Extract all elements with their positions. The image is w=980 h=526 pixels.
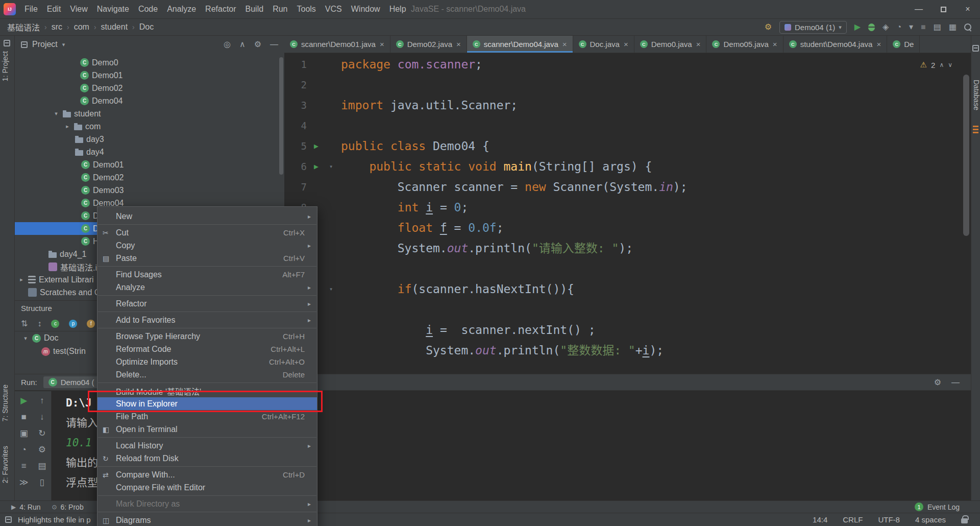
down-stack-trace-icon[interactable]: ↓ — [40, 413, 44, 421]
project-panel-title[interactable]: Project — [32, 40, 58, 49]
run-line-button[interactable]: ▶ — [314, 136, 318, 156]
scrollbar[interactable] — [963, 75, 969, 236]
menu-item-refactor[interactable]: Refactor▸ — [97, 297, 317, 310]
breadcrumb-item[interactable]: 基础语法 — [7, 21, 40, 33]
menu-refactor[interactable]: Refactor — [201, 0, 240, 18]
menu-item-new[interactable]: New▸ — [97, 210, 317, 223]
menu-item-delete[interactable]: Delete...Delete — [97, 368, 317, 381]
line-separator[interactable]: CRLF — [843, 515, 863, 524]
profiler-button[interactable]: ◔ — [896, 23, 901, 31]
fold-icon[interactable]: ▾ — [329, 279, 333, 299]
menu-run[interactable]: Run — [268, 0, 292, 18]
fold-icon[interactable]: ▾ — [329, 156, 333, 177]
editor-tab[interactable]: CDemo0.java× — [634, 36, 707, 53]
tree-item[interactable]: CDemo02 — [15, 82, 284, 94]
stripe-button-project[interactable]: 1: Project — [1, 51, 14, 81]
collapse-all-button[interactable]: ∧ — [239, 40, 246, 49]
locate-file-button[interactable]: ◎ — [224, 40, 231, 49]
wrench-icon[interactable]: ⚙ — [765, 23, 772, 31]
toolwindow-button-run[interactable]: ▶ 4: Run — [11, 503, 40, 511]
menu-analyze[interactable]: Analyze — [162, 0, 201, 18]
menu-item-copy[interactable]: Copy▸ — [97, 239, 317, 252]
editor-tab[interactable]: CDemo05.java× — [706, 36, 783, 53]
menu-navigate[interactable]: Navigate — [92, 0, 134, 18]
menu-edit[interactable]: Edit — [42, 0, 66, 18]
hide-panel-button[interactable]: — — [270, 40, 278, 49]
menu-code[interactable]: Code — [134, 0, 162, 18]
expand-icon[interactable]: ≫ — [19, 478, 29, 487]
stop-button[interactable]: ■ — [21, 413, 27, 421]
stripe-button-database[interactable]: Database — [971, 80, 980, 110]
code-editor[interactable]: 1package com.scanner;23import java.util.… — [284, 53, 971, 374]
restart-icon[interactable]: ↻ — [38, 429, 45, 438]
menu-item-local-history[interactable]: Local History▸ — [97, 439, 317, 452]
menu-item-optimize-imports[interactable]: Optimize ImportsCtrl+Alt+O — [97, 355, 317, 368]
menu-view[interactable]: View — [65, 0, 92, 18]
editor-tab[interactable]: Cscanner\Demo04.java× — [467, 36, 573, 53]
breadcrumb-item[interactable]: com — [74, 22, 89, 32]
close-icon[interactable]: × — [380, 40, 384, 49]
menu-file[interactable]: File — [20, 0, 42, 18]
editor-tab[interactable]: CDoc.java× — [573, 36, 634, 53]
menu-window[interactable]: Window — [347, 0, 385, 18]
filter-classes-icon[interactable]: c — [51, 320, 59, 328]
clear-icon[interactable]: ▯ — [40, 478, 44, 487]
editor-tab[interactable]: CDemo02.java× — [390, 36, 467, 53]
editor-tab[interactable]: Cscanner\Demo01.java× — [284, 36, 390, 53]
tool-windows-icon[interactable]: ▦ — [949, 23, 957, 31]
menu-item-diagrams[interactable]: ◫Diagrams▸ — [97, 514, 317, 526]
tree-item[interactable]: CDemo01 — [15, 69, 284, 82]
menu-build[interactable]: Build — [241, 0, 268, 18]
tree-item[interactable]: day4 — [15, 146, 284, 158]
run-config-select[interactable]: Demo04 (1) ▾ — [779, 21, 847, 34]
caret-position[interactable]: 14:4 — [813, 515, 827, 524]
menu-item-compare-with[interactable]: ⇄Compare With...Ctrl+D — [97, 468, 317, 481]
close-icon[interactable]: × — [624, 40, 628, 49]
stripe-button-structure[interactable]: 7: Structure — [1, 385, 14, 421]
next-warning-icon[interactable]: ∨ — [948, 61, 952, 68]
pin-icon[interactable]: ≡ — [21, 462, 27, 470]
tree-item[interactable]: ▸com — [15, 120, 284, 133]
tree-item[interactable]: CDemo0 — [15, 56, 284, 69]
scrollbar[interactable] — [279, 57, 283, 175]
breadcrumb-item[interactable]: src — [52, 22, 62, 32]
prev-warning-icon[interactable]: ∧ — [939, 61, 944, 68]
chevron-down-icon[interactable]: ▾ — [62, 41, 65, 48]
window-menu-icon[interactable] — [5, 516, 12, 523]
close-icon[interactable]: × — [696, 40, 701, 49]
screenshot-icon[interactable]: ▣ — [20, 429, 28, 438]
sort-visibility-icon[interactable]: ↕ — [37, 320, 41, 328]
print-icon[interactable]: ▤ — [38, 462, 46, 470]
hide-panel-button[interactable]: — — [951, 378, 960, 387]
close-icon[interactable]: × — [456, 40, 461, 49]
menu-item-add-to-favorites[interactable]: Add to Favorites▸ — [97, 314, 317, 326]
editor-tab[interactable]: Cstudent\Demo04.java× — [783, 36, 888, 53]
menu-item-reformat-code[interactable]: Reformat CodeCtrl+Alt+L — [97, 343, 317, 355]
menu-item-mark-directory-as[interactable]: Mark Directory as▸ — [97, 497, 317, 510]
tree-chevron-icon[interactable]: ▸ — [64, 123, 71, 130]
menu-item-open-in-terminal[interactable]: ◧Open in Terminal — [97, 423, 317, 436]
file-encoding[interactable]: UTF-8 — [878, 515, 900, 524]
menu-tools[interactable]: Tools — [292, 0, 320, 18]
close-icon[interactable]: × — [876, 40, 881, 49]
chevron-down-icon[interactable]: ▾ — [909, 23, 913, 31]
tree-item[interactable]: day3 — [15, 133, 284, 146]
maximize-button[interactable] — [931, 0, 955, 18]
debug-button[interactable] — [868, 23, 875, 31]
settings-gear-icon[interactable]: ⚙ — [254, 40, 261, 49]
run-button[interactable]: ▶ — [854, 23, 861, 31]
menu-item-compare-file-with-editor[interactable]: Compare File with Editor — [97, 481, 317, 494]
menu-item-paste[interactable]: ▤PasteCtrl+V — [97, 252, 317, 265]
settings-gear-icon[interactable]: ⚙ — [934, 378, 941, 387]
inspection-widget[interactable]: ⚠ 2 ∧ ∨ — [920, 60, 952, 69]
event-log-button[interactable]: 1 Event Log — [915, 503, 960, 511]
lock-icon[interactable] — [961, 518, 968, 523]
menu-vcs[interactable]: VCS — [321, 0, 347, 18]
settings-gear-icon[interactable]: ⚙ — [38, 445, 46, 454]
rerun-button[interactable]: ▶ — [20, 396, 27, 405]
menu-help[interactable]: Help — [385, 0, 411, 18]
tree-item[interactable]: CDemo02 — [15, 171, 284, 184]
up-stack-trace-icon[interactable]: ↑ — [40, 396, 44, 405]
breadcrumb-item[interactable]: Doc — [139, 22, 154, 32]
restore-layout-icon[interactable]: ▤ — [934, 23, 941, 31]
